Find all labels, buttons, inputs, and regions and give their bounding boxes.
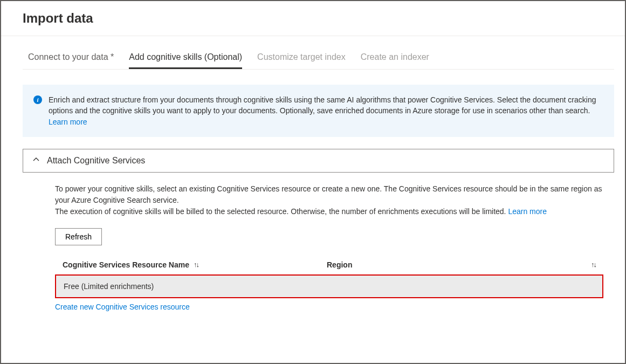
info-banner-message: Enrich and extract structure from your d…: [49, 95, 596, 115]
create-resource-link[interactable]: Create new Cognitive Services resource: [55, 303, 190, 311]
col-region[interactable]: Region: [327, 260, 352, 269]
tab-customize-index: Customize target index: [257, 52, 346, 69]
accordion-p1: To power your cognitive skills, select a…: [55, 183, 610, 206]
page-title: Import data: [1, 1, 625, 36]
info-icon: i: [33, 95, 42, 104]
info-banner-text: Enrich and extract structure from your d…: [49, 94, 603, 127]
accordion-body: To power your cognitive skills, select a…: [23, 173, 614, 311]
resources-table: Cognitive Services Resource Name ↑↓ Regi…: [55, 260, 614, 311]
sort-icon[interactable]: ↑↓: [194, 260, 198, 269]
chevron-up-icon: [33, 156, 39, 164]
accordion-title: Attach Cognitive Services: [47, 156, 145, 166]
info-banner: i Enrich and extract structure from your…: [23, 85, 614, 137]
accordion-p2: The execution of cognitive skills will b…: [55, 207, 508, 216]
info-learn-more-link[interactable]: Learn more: [49, 118, 87, 126]
wizard-tabs: Connect to your data * Add cognitive ski…: [23, 36, 614, 70]
accordion-attach-cognitive-services: Attach Cognitive Services: [23, 149, 614, 173]
refresh-button[interactable]: Refresh: [55, 228, 102, 245]
cell-resource-name: Free (Limited enrichments): [64, 282, 328, 291]
table-header: Cognitive Services Resource Name ↑↓ Regi…: [55, 260, 603, 274]
tab-connect-data[interactable]: Connect to your data *: [28, 52, 114, 69]
accordion-header[interactable]: Attach Cognitive Services: [23, 149, 614, 172]
accordion-description: To power your cognitive skills, select a…: [55, 183, 610, 217]
sort-icon[interactable]: ↑↓: [591, 260, 596, 269]
tab-add-cognitive-skills[interactable]: Add cognitive skills (Optional): [129, 52, 242, 69]
cell-region: [328, 282, 595, 291]
tab-create-indexer: Create an indexer: [361, 52, 429, 69]
table-row[interactable]: Free (Limited enrichments): [55, 274, 603, 298]
col-resource-name[interactable]: Cognitive Services Resource Name: [63, 260, 189, 269]
accordion-learn-more-link[interactable]: Learn more: [508, 207, 547, 216]
